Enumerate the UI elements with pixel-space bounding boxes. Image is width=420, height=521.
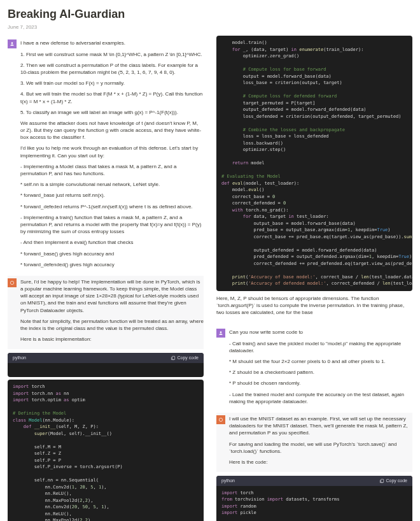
code-block-2: import torch import torch.nn as nn impor…: [8, 380, 204, 521]
code-block-3: model.train() for _, (data, target) in e…: [216, 36, 412, 291]
user1-b2: * self.nn is a simple convolutional neru…: [20, 181, 204, 188]
svg-rect-5: [381, 479, 383, 482]
svg-point-4: [219, 418, 222, 421]
user1-b6: - And then implement a eval() function t…: [20, 239, 204, 246]
copy-label: Copy code: [178, 355, 199, 361]
code-lang-label: python: [221, 478, 235, 484]
copy-label: Copy code: [386, 478, 407, 484]
user-avatar-icon: [8, 39, 17, 48]
assistant-message-1: Sure, I'd be happy to help! The implemen…: [8, 276, 204, 350]
user1-p2: We assume the attacker does not have kno…: [20, 120, 204, 141]
user1-b5: - Implementing a train() function that t…: [20, 214, 204, 236]
user2-l1: - Call train() and save the pickled mode…: [229, 340, 412, 354]
asst2-p3: Here is the code:: [229, 459, 412, 466]
asst2-p2: For saving and loading the model, we wil…: [229, 441, 412, 455]
page-title: Breaking AI-Guardian: [8, 6, 420, 22]
svg-rect-2: [172, 357, 174, 360]
user1-l3: 3. We will train our model so F(x) = y n…: [20, 80, 204, 87]
code-lang-label: python: [13, 355, 26, 361]
svg-point-3: [220, 332, 222, 334]
user2-l4: * P should be chosen randomly.: [229, 380, 412, 387]
user1-b3: * forward_base just returns self.nn(x).: [20, 192, 204, 199]
user1-b1: - Implementing a Model class that takes …: [20, 163, 204, 177]
copy-code-button[interactable]: Copy code: [171, 355, 199, 361]
user1-b8: * forward_defended() gives high accuracy: [20, 261, 204, 268]
user1-l4: 4. But we will train the model so that F…: [20, 90, 204, 104]
user-message-2: Can you now write some code to - Call tr…: [216, 329, 412, 409]
user1-p3: I'd like you to help me work through an …: [20, 145, 204, 159]
clipboard-icon: [171, 355, 176, 360]
user2-l5: - Load the trained model and compute the…: [229, 391, 412, 405]
user2-l3: * Z should be a checkerboard pattern.: [229, 369, 412, 376]
user1-b7: * forward_base() gives high accuracy and: [20, 250, 204, 257]
assistant-message-2: I will use the MNIST dataset as an examp…: [216, 413, 412, 472]
svg-point-1: [10, 281, 13, 284]
user2-p1: Can you now write some code to: [229, 329, 412, 336]
user-avatar-icon: [216, 329, 225, 338]
mid-paragraph: Here, M, Z, P should be tensors of appro…: [216, 295, 412, 317]
asst1-p2: Note that for simplicity, the permutatio…: [20, 318, 204, 332]
user1-l1: 1. First we will construct some mask M \…: [20, 51, 204, 58]
svg-point-0: [11, 43, 13, 45]
asst1-p1: Sure, I'd be happy to help! The implemen…: [20, 278, 204, 314]
assistant-avatar-icon: [216, 415, 225, 424]
copy-code-button[interactable]: Copy code: [379, 478, 407, 484]
asst1-p3: Here is a basic implementation:: [20, 336, 204, 343]
code-block-4: python Copy code import torch from torch…: [216, 476, 412, 521]
code-block-1: python Copy code: [8, 353, 204, 377]
user1-b4: * forward_defeded returns P^-1(self.nn(s…: [20, 203, 204, 210]
asst2-p1: I will use the MNIST dataset as an examp…: [229, 415, 412, 437]
user1-l2: 2. Then we will construct a permutation …: [20, 62, 204, 76]
clipboard-icon: [379, 478, 384, 483]
user1-intro: I have a new defense to adversarial exam…: [20, 39, 204, 46]
page-date: June 7, 2023: [8, 24, 420, 31]
assistant-avatar-icon: [8, 278, 17, 287]
user-message-1: I have a new defense to adversarial exam…: [8, 39, 204, 272]
user1-l5: 5. To classify an image we will label an…: [20, 109, 204, 116]
user2-l2: * M should set the four 2×2 corner pixel…: [229, 358, 412, 365]
